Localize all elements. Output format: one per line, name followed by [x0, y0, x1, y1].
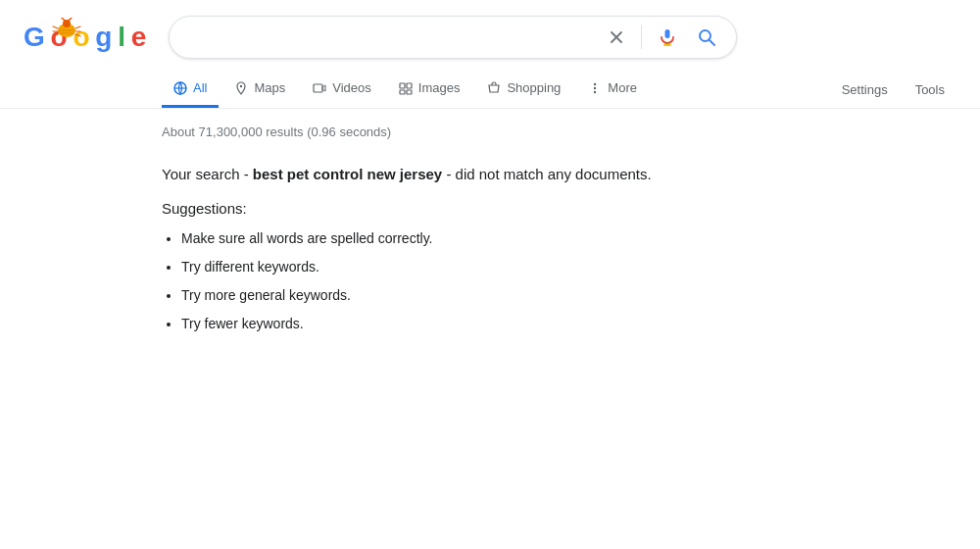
suggestion-item: Try fewer keywords. — [181, 314, 750, 334]
svg-rect-23 — [407, 83, 412, 88]
voice-search-button[interactable] — [654, 24, 681, 51]
suggestions-label: Suggestions: — [162, 200, 750, 217]
results-area: About 71,300,000 results (0.96 seconds) … — [0, 109, 980, 334]
svg-point-20 — [240, 84, 242, 86]
tab-images-label: Images — [418, 80, 461, 95]
divider — [641, 25, 642, 49]
logo-letter-g2: g — [95, 22, 111, 52]
no-results-section: Your search - best pet control new jerse… — [162, 163, 750, 334]
tab-more[interactable]: More — [576, 71, 649, 108]
tab-videos[interactable]: Videos — [301, 71, 383, 108]
tab-images[interactable]: Images — [387, 71, 472, 108]
suggestion-item: Try more general keywords. — [181, 285, 750, 306]
shopping-tab-icon — [487, 81, 501, 95]
no-match-suffix: - did not match any documents. — [442, 166, 651, 182]
mic-icon — [658, 27, 677, 47]
svg-line-5 — [53, 26, 58, 28]
tab-shopping[interactable]: Shopping — [475, 71, 572, 108]
tab-more-label: More — [608, 80, 637, 95]
tab-all[interactable]: All — [162, 71, 219, 108]
svg-line-7 — [53, 34, 58, 36]
clear-icon — [608, 28, 625, 46]
search-bar[interactable]: best pest control new jersey — [169, 16, 737, 59]
logo[interactable]: G o o — [24, 24, 145, 51]
svg-line-17 — [710, 40, 714, 45]
search-input[interactable]: best pest control new jersey — [185, 28, 604, 46]
clear-button[interactable] — [604, 25, 629, 50]
search-button[interactable] — [693, 24, 720, 51]
svg-rect-13 — [665, 29, 670, 38]
tab-all-label: All — [193, 80, 207, 95]
no-match-prefix: Your search - — [162, 166, 253, 182]
tab-shopping-label: Shopping — [507, 80, 561, 95]
results-count: About 71,300,000 results (0.96 seconds) — [162, 121, 980, 139]
settings-button[interactable]: Settings — [830, 73, 900, 107]
search-icons — [604, 24, 720, 51]
logo-bug-decoration: o o — [51, 24, 89, 51]
nav-right: Settings Tools — [830, 73, 980, 107]
images-tab-icon — [399, 81, 413, 95]
maps-tab-icon — [234, 81, 248, 95]
svg-point-26 — [594, 82, 596, 84]
all-tab-icon — [173, 81, 187, 95]
videos-tab-icon — [313, 81, 326, 95]
svg-line-10 — [75, 34, 80, 36]
svg-point-28 — [594, 90, 596, 92]
svg-line-4 — [69, 18, 73, 21]
svg-line-8 — [75, 26, 80, 28]
nav-tabs: All Maps Videos Images Shopping — [0, 63, 980, 109]
logo-letter-g: G — [24, 22, 44, 52]
search-icon — [697, 27, 716, 47]
svg-rect-21 — [314, 84, 322, 92]
logo-letter-l: l — [118, 22, 124, 52]
suggestion-item: Make sure all words are spelled correctl… — [181, 228, 750, 249]
tab-maps-label: Maps — [254, 80, 285, 95]
tools-button[interactable]: Tools — [904, 73, 956, 107]
suggestions-list: Make sure all words are spelled correctl… — [162, 228, 750, 334]
bug-icon — [49, 18, 84, 39]
svg-rect-25 — [407, 90, 412, 94]
no-match-term: best pet control new jersey — [253, 166, 442, 182]
suggestion-item: Try different keywords. — [181, 257, 750, 277]
header: G o o — [0, 0, 980, 59]
logo-letter-e: e — [131, 22, 146, 52]
svg-line-3 — [61, 18, 65, 21]
more-tab-icon — [588, 81, 602, 95]
svg-rect-24 — [400, 90, 405, 94]
svg-rect-22 — [400, 83, 405, 88]
svg-point-27 — [594, 86, 596, 88]
tab-maps[interactable]: Maps — [222, 71, 297, 108]
no-results-text: Your search - best pet control new jerse… — [162, 163, 750, 186]
tab-videos-label: Videos — [332, 80, 371, 95]
